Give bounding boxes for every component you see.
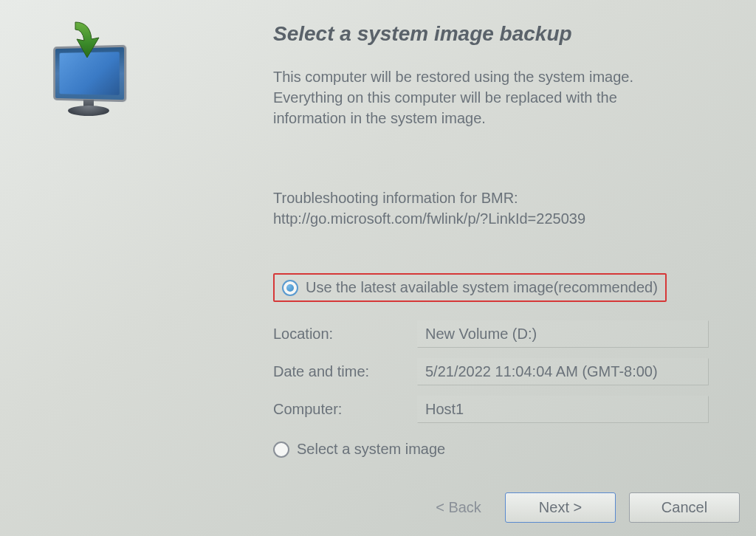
detail-row-location: Location: New Volume (D:): [273, 320, 734, 348]
radio-options-group: Use the latest available system image(re…: [273, 273, 734, 462]
option-use-latest-label: Use the latest available system image(re…: [306, 279, 658, 296]
location-label: Location:: [273, 326, 417, 343]
location-value: New Volume (D:): [417, 320, 709, 348]
latest-image-details: Location: New Volume (D:) Date and time:…: [273, 320, 734, 423]
option-use-latest[interactable]: Use the latest available system image(re…: [273, 273, 667, 302]
restore-arrow-icon: [68, 21, 105, 65]
wizard-container: Select a system image backup This comput…: [0, 0, 756, 536]
next-button[interactable]: Next >: [505, 492, 616, 523]
datetime-value: 5/21/2022 11:04:04 AM (GMT-8:00): [417, 358, 709, 385]
main-content: Select a system image backup This comput…: [162, 0, 756, 536]
page-description: This computer will be restored using the…: [273, 66, 687, 128]
computer-value: Host1: [417, 396, 709, 423]
detail-row-datetime: Date and time: 5/21/2022 11:04:04 AM (GM…: [273, 358, 734, 385]
page-title: Select a system image backup: [273, 22, 734, 46]
option-select-image-label: Select a system image: [297, 441, 445, 458]
cancel-button[interactable]: Cancel: [629, 492, 740, 523]
troubleshoot-link: http://go.microsoft.com/fwlink/p/?LinkId…: [273, 208, 734, 229]
back-button: < Back: [425, 493, 492, 522]
radio-button-unselected-icon: [273, 441, 289, 458]
option-select-image[interactable]: Select a system image: [273, 436, 734, 462]
system-restore-icon: [22, 15, 133, 133]
wizard-sidebar: [0, 0, 162, 536]
troubleshoot-info: Troubleshooting information for BMR: htt…: [273, 188, 734, 229]
datetime-label: Date and time:: [273, 363, 417, 380]
wizard-button-bar: < Back Next > Cancel: [425, 492, 740, 523]
radio-button-selected-icon: [282, 280, 298, 296]
detail-row-computer: Computer: Host1: [273, 396, 734, 423]
computer-label: Computer:: [273, 401, 417, 418]
troubleshoot-label: Troubleshooting information for BMR:: [273, 188, 734, 208]
